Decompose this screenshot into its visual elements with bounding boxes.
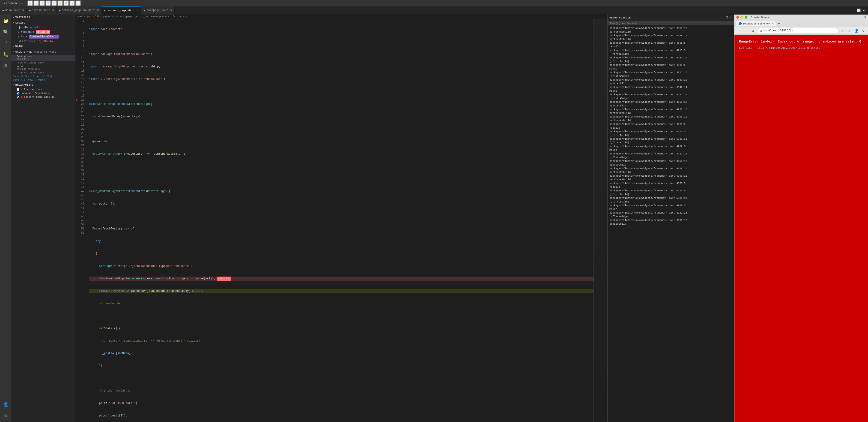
accounts-icon[interactable]: 👤 (1, 400, 10, 409)
browser-window-title: Simple Browser (751, 16, 863, 19)
watch-section: ▾ WATCH (11, 43, 75, 49)
var-this-name: this: (21, 35, 29, 38)
step-over-button[interactable]: ⤵ (33, 0, 39, 6)
breadcrumb-lib[interactable]: lib (95, 15, 100, 18)
browser-window-close-icon[interactable]: × (864, 16, 866, 19)
settings-icon[interactable]: ⚙ (1, 411, 10, 420)
browser-refresh-btn[interactable]: ↺ (750, 28, 756, 33)
breadcrumb-class[interactable]: _ContentPageState (143, 15, 169, 18)
dart-icon: ◆ (104, 9, 105, 12)
breadcrumb-method[interactable]: fetchPosts (173, 15, 188, 18)
console-filter-input[interactable] (608, 21, 734, 25)
var-response[interactable]: ▶ response: Response (11, 30, 75, 34)
browser-settings-btn[interactable]: ⚙ (861, 28, 866, 33)
tab-main[interactable]: ◆ main.dart × (0, 6, 27, 15)
explorer-icon[interactable]: 📁 (1, 17, 10, 26)
browser-new-tab-icon[interactable]: + (777, 22, 781, 26)
debug-icon[interactable]: 🐛 (1, 50, 10, 59)
ln-43: 43 (76, 193, 85, 198)
tab-navbar-close[interactable]: × (52, 8, 54, 12)
browser-minimize-btn[interactable] (740, 16, 743, 19)
stop-button[interactable]: ⏹ (63, 0, 69, 6)
bp-content-page-checkbox[interactable] (17, 95, 20, 99)
step-out-button[interactable]: ⬆ (45, 0, 51, 6)
var-jsondata[interactable]: jsonData: null (11, 26, 75, 30)
code-line-30: // print(jsonData); (89, 389, 593, 393)
console-clear-icon[interactable]: 🗑 (725, 16, 729, 20)
watch-arrow: ▾ (13, 45, 14, 48)
console-line-8: packages/flutter/src/widgets/framework.d… (610, 56, 732, 60)
var-this[interactable]: ▶ this: ContentPageSta... (11, 34, 75, 39)
breadcrumb-testapp[interactable]: testapp02 (78, 15, 92, 18)
code-line-25: setState(() { (89, 327, 593, 331)
tab-homepage-close[interactable]: × (170, 8, 172, 12)
watch-header[interactable]: ▾ WATCH (11, 44, 75, 49)
line-numbers: 1 2 3 4 5 6 7 8 9 10 11 12 13 14 15 16 1… (76, 19, 87, 422)
tab-navbar[interactable]: ◆ navbar.dart × (27, 6, 57, 15)
browser-forward-btn[interactable]: › (743, 28, 749, 33)
search-icon[interactable]: 🔍 (1, 27, 10, 37)
console-line-34: packages/flutter/src/widgets/framework.d… (610, 152, 732, 156)
variables-header[interactable]: ▾ VARIABLES (11, 15, 75, 20)
console-line-19: inflateWidget (610, 96, 732, 100)
ln-14: 14 (76, 73, 85, 77)
var-this-value: ContentPageSta... (29, 35, 59, 38)
console-line-11: mount (610, 67, 732, 71)
breakpoints-header[interactable]: ▾ BREAKPOINTS (11, 82, 75, 88)
tab-contentpage[interactable]: ◆ content_page.dart × (101, 6, 142, 15)
ln-37: 37 (76, 169, 85, 173)
console-line-16: packages/flutter/src/widgets/framework.d… (610, 85, 732, 89)
callstack-label: CALL STACK (16, 51, 32, 53)
restart-button[interactable]: ↺ (52, 0, 57, 6)
locals-header[interactable]: ▾ Locals (11, 20, 75, 26)
ln-29: 29 (76, 135, 85, 139)
breadcrumb-pages[interactable]: pages (103, 15, 111, 18)
source-control-icon[interactable]: ⑂ (1, 38, 10, 48)
tab-contentpage-close[interactable]: × (137, 9, 139, 12)
ln-7: 7 (76, 44, 85, 48)
ln-30: 30 (76, 139, 85, 144)
breadcrumb-file[interactable]: content_page.dart (114, 15, 140, 18)
bp-dot (21, 96, 23, 98)
tab-content04-close[interactable]: × (97, 8, 99, 12)
step-into-button[interactable]: ⬇ (39, 0, 45, 6)
console-more-icon[interactable]: ⋯ (730, 16, 732, 20)
browser-error-link[interactable]: See also: https://flutter.dev/docs/testi… (739, 47, 820, 50)
cloud-button[interactable]: ☁ (69, 0, 75, 6)
browser-close-btn[interactable] (736, 16, 739, 19)
callstack-load-all[interactable]: Load All Stack Frames (11, 78, 75, 82)
callstack-item-fetchposts[interactable]: fetchPosts package:... (11, 55, 75, 61)
code-line-8: const ContentPage({super.key}); (89, 114, 593, 119)
browser-tab-active[interactable]: 🔵 localhost:51575/#/ × (736, 21, 776, 26)
code-content[interactable]: import 'dart:convert'; import 'package:f… (87, 19, 593, 422)
browser-open-external-btn[interactable]: ↗ (840, 28, 845, 33)
split-editor-icon[interactable]: ⬜ (856, 8, 862, 13)
continue-button[interactable]: ▶ (27, 0, 33, 6)
tab-content04[interactable]: ◆ content_page 04.dart × (57, 6, 101, 15)
bp-all-exceptions-checkbox[interactable] (17, 88, 20, 91)
code-line-15: var _posts = []; (89, 202, 593, 206)
more-actions-icon[interactable]: ⋯ (863, 8, 866, 13)
browser-maximize-btn[interactable] (745, 16, 747, 19)
extensions-icon[interactable]: ⊞ (1, 61, 10, 70)
ln-35: 35 (76, 160, 85, 164)
more-button[interactable]: ⋯ (75, 0, 81, 6)
callstack-header[interactable]: ▾ CALL STACK Paused on pause (11, 49, 75, 55)
tab-homepage[interactable]: ◆ homepage.dart × (142, 6, 175, 15)
tab-main-close[interactable]: × (22, 8, 24, 12)
hot-reload-button[interactable]: ⚡ (57, 0, 63, 6)
browser-account-btn[interactable]: 👤 (854, 28, 859, 33)
browser-back-btn[interactable]: ‹ (736, 28, 742, 33)
callstack-item-send[interactable]: send package:http/src... (11, 65, 75, 71)
callstack-show-more[interactable]: Show 10 More from the Flutt (11, 75, 75, 78)
var-url[interactable]: url: "https://jsonpla..." (11, 39, 75, 43)
code-line-2 (89, 40, 593, 44)
url-lock-icon: 🔒 (760, 29, 762, 32)
ln-2: 2 (76, 23, 85, 27)
url-bar[interactable]: 🔒 localhost:51575/#/ (757, 28, 838, 33)
browser-tab-close[interactable]: × (772, 22, 774, 25)
bp-all-exceptions-label: All Exceptions (21, 88, 42, 91)
bp-uncaught-exceptions-checkbox[interactable] (17, 92, 20, 95)
var-this-arrow: ▶ (19, 35, 20, 38)
browser-star-btn[interactable]: ☆ (847, 28, 852, 33)
